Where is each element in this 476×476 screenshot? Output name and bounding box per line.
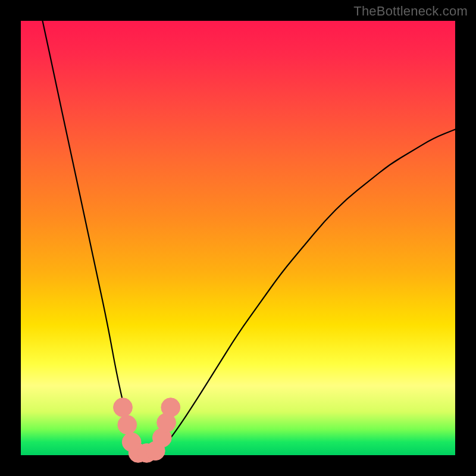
curve-marker xyxy=(161,398,180,417)
marker-group xyxy=(114,398,180,463)
bottleneck-curve xyxy=(43,21,456,455)
curve-marker xyxy=(114,398,133,417)
curve-marker xyxy=(118,415,137,434)
watermark-text: TheBottleneck.com xyxy=(353,4,468,19)
plot-area xyxy=(21,21,455,455)
chart-frame: TheBottleneck.com xyxy=(0,0,476,476)
curve-layer xyxy=(21,21,455,455)
